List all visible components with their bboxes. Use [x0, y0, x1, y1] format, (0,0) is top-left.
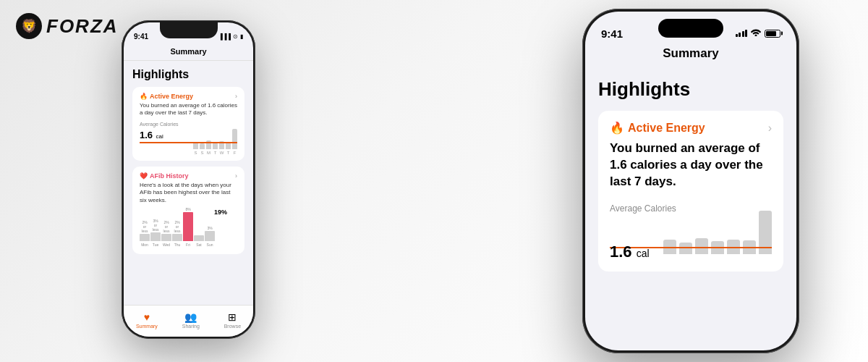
- bar-f: [232, 129, 237, 149]
- card-small-header: 🔥 Active Energy ›: [140, 93, 237, 100]
- phone-small-status-icons: ▐▐▐ ⊙ ▮: [218, 33, 243, 40]
- afib-bar-thu-bar: [172, 234, 182, 241]
- day-w: W: [219, 151, 224, 155]
- chevron-icon-large: ›: [768, 122, 772, 135]
- afib-bar-sun: 3%: [205, 226, 215, 241]
- heart-icon-small: ❤️: [140, 172, 148, 180]
- phone-small: 9:41 ▐▐▐ ⊙ ▮ Summary Highlights 🔥 Active…: [122, 20, 255, 339]
- afib-day-sun: Sun: [205, 243, 215, 247]
- highlights-title-large: Highlights: [598, 78, 783, 101]
- afib-bar-tue: 3%orless: [150, 219, 161, 241]
- mini-chart-active-energy: Average Calories 1.6 cal: [140, 122, 237, 149]
- battery-icon-large: [765, 30, 780, 38]
- tab-summary-icon: ♥: [144, 311, 150, 323]
- brand-name: FORZA: [46, 15, 119, 38]
- mini-chart-bars: [193, 122, 237, 149]
- tab-summary-small[interactable]: ♥ Summary: [136, 311, 158, 329]
- afib-day-thu: Thu: [172, 243, 182, 247]
- phone-small-content: Highlights 🔥 Active Energy › You burned …: [124, 61, 253, 267]
- afib-pct-sun: 3%: [205, 226, 215, 230]
- day-f: F: [232, 151, 237, 155]
- afib-bar-thu: 2%orless: [172, 220, 182, 241]
- afib-pct-thu: 2%orless: [172, 220, 182, 233]
- day-m: M: [206, 151, 211, 155]
- phone-large-content: Highlights 🔥 Active Energy › You burned …: [585, 68, 796, 282]
- active-energy-desc-small: You burned an average of 1.6 calories a …: [140, 102, 237, 117]
- afib-percent-small: 19%: [214, 209, 227, 216]
- afib-day-mon: Mon: [140, 243, 150, 247]
- afib-bar-tue-bar: [150, 232, 161, 241]
- afib-bar-sat: [194, 235, 204, 241]
- card-large-header: 🔥 Active Energy ›: [610, 121, 772, 135]
- active-energy-card-small[interactable]: 🔥 Active Energy › You burned an average …: [132, 87, 244, 161]
- afib-bar-sun-bar: [205, 231, 215, 241]
- signal-bar-4: [745, 30, 747, 37]
- tab-browse-icon: ⊞: [228, 311, 237, 323]
- afib-day-fri: Fri: [183, 243, 193, 247]
- lion-icon: 🦁: [16, 13, 42, 39]
- afib-bar-wed-bar: [161, 234, 171, 241]
- phone-large-screen: 9:41 Summary Highlights: [585, 12, 796, 350]
- active-energy-title-small: 🔥 Active Energy: [140, 93, 193, 100]
- signal-bars-large: [736, 30, 748, 37]
- signal-bar-3: [742, 31, 744, 37]
- highlights-title-small: Highlights: [132, 68, 244, 81]
- wifi-icon-small: ⊙: [233, 33, 238, 40]
- signal-icon-small: ▐▐▐: [218, 33, 231, 40]
- tab-summary-label: Summary: [136, 324, 158, 329]
- brand-logo: 🦁 FORZA: [16, 13, 119, 39]
- afib-desc-small: Here's a look at the days when your AFib…: [140, 182, 237, 204]
- active-energy-desc-large: You burned an average of 1.6 calories a …: [610, 140, 772, 190]
- afib-title-small: ❤️ AFib History: [140, 172, 189, 180]
- phone-large-dynamic-island: [658, 19, 723, 38]
- afib-day-wed: Wed: [161, 243, 171, 247]
- afib-pct-fri: 8%: [183, 207, 193, 211]
- afib-day-sat: Sat: [194, 243, 204, 247]
- afib-bar-mon: 2%orless: [140, 220, 150, 241]
- afib-pct-wed: 2%orless: [161, 220, 171, 233]
- day-s2: S: [200, 151, 205, 155]
- afib-chevron-small: ›: [235, 172, 237, 180]
- afib-card-small[interactable]: ❤️ AFib History › Here's a look at the d…: [132, 167, 244, 254]
- afib-bar-wed: 2%orless: [161, 220, 171, 241]
- bar-t: [213, 143, 218, 149]
- phone-large-status-icons: [736, 28, 781, 38]
- phone-small-notch: [160, 22, 218, 38]
- phone-small-header: Summary: [124, 46, 253, 61]
- chart-days-small: S S M T W T F: [140, 151, 237, 155]
- chevron-icon-small: ›: [235, 93, 237, 100]
- chart-line-small: [140, 142, 237, 143]
- afib-pct-mon: 2%orless: [140, 220, 150, 233]
- tab-browse-label: Browse: [224, 324, 241, 329]
- afib-bar-sat-bar: [194, 235, 204, 241]
- day-t: T: [213, 151, 218, 155]
- tab-sharing-icon: 👥: [184, 311, 197, 323]
- phone-small-time: 9:41: [134, 33, 148, 41]
- phone-large: 9:41 Summary Highlights: [582, 9, 799, 353]
- phone-large-header: Summary: [585, 45, 796, 68]
- large-chart: Average Calories 1.6 cal: [610, 203, 772, 261]
- afib-card-header: ❤️ AFib History ›: [140, 172, 237, 180]
- battery-fill: [766, 31, 776, 36]
- large-bar-m: [695, 238, 708, 254]
- active-energy-card-large[interactable]: 🔥 Active Energy › You burned an average …: [598, 111, 783, 272]
- afib-bar-mon-bar: [140, 234, 150, 241]
- signal-bar-2: [739, 33, 741, 37]
- day-th: T: [226, 151, 231, 155]
- afib-pct-tue: 3%orless: [150, 219, 161, 232]
- phone-small-tabbar: ♥ Summary 👥 Sharing ⊞ Browse: [124, 305, 253, 337]
- tab-browse-small[interactable]: ⊞ Browse: [224, 311, 241, 329]
- large-bar-s2: [679, 243, 692, 254]
- signal-bar-1: [736, 34, 738, 37]
- phone-large-time: 9:41: [601, 28, 623, 40]
- afib-bar-fri-bar: [183, 212, 193, 241]
- flame-icon-small: 🔥: [140, 93, 148, 100]
- afib-day-tue: Tue: [150, 243, 161, 247]
- tab-sharing-small[interactable]: 👥 Sharing: [182, 311, 200, 329]
- active-energy-title-large: 🔥 Active Energy: [610, 121, 705, 135]
- afib-chart-small: 19% 2%orless 3%orless 2%orless: [140, 209, 237, 248]
- day-s1: S: [193, 151, 198, 155]
- flame-icon-large: 🔥: [610, 121, 624, 135]
- bar-s2: [200, 143, 205, 149]
- tab-sharing-label: Sharing: [182, 324, 200, 329]
